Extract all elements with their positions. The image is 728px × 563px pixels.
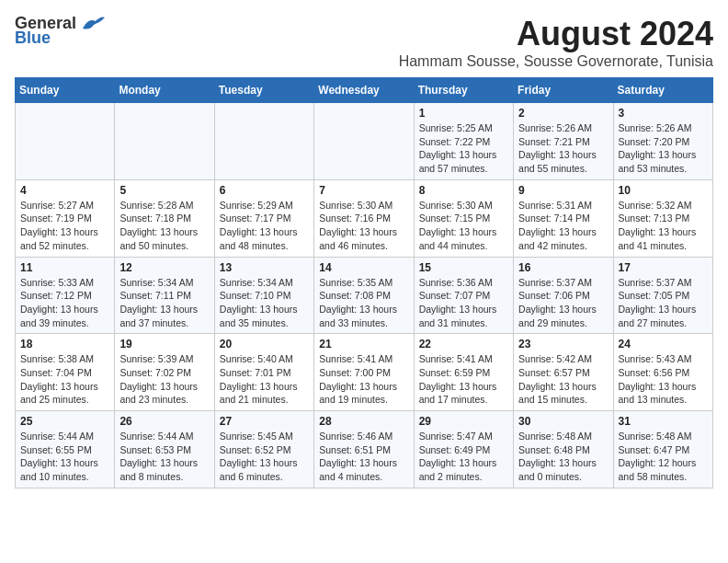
day-info: Sunrise: 5:37 AM Sunset: 7:05 PM Dayligh…	[619, 276, 708, 330]
calendar-week-row: 4Sunrise: 5:27 AM Sunset: 7:19 PM Daylig…	[16, 179, 713, 257]
day-info: Sunrise: 5:33 AM Sunset: 7:12 PM Dayligh…	[20, 276, 109, 330]
day-number: 8	[419, 184, 508, 197]
calendar-cell	[115, 103, 214, 180]
logo-blue-text: Blue	[15, 29, 51, 48]
logo-bird-icon	[81, 16, 105, 32]
calendar-cell: 24Sunrise: 5:43 AM Sunset: 6:56 PM Dayli…	[613, 334, 712, 411]
day-header-sunday: Sunday	[16, 78, 115, 103]
day-header-thursday: Thursday	[414, 78, 513, 103]
calendar-week-row: 1Sunrise: 5:25 AM Sunset: 7:22 PM Daylig…	[16, 103, 713, 180]
day-number: 4	[20, 184, 109, 197]
day-number: 22	[419, 338, 508, 350]
day-info: Sunrise: 5:37 AM Sunset: 7:06 PM Dayligh…	[518, 276, 608, 330]
day-number: 17	[619, 261, 708, 274]
calendar-table: SundayMondayTuesdayWednesdayThursdayFrid…	[15, 77, 713, 488]
day-number: 2	[518, 107, 608, 120]
calendar-cell: 1Sunrise: 5:25 AM Sunset: 7:22 PM Daylig…	[414, 103, 513, 180]
day-number: 21	[319, 338, 408, 350]
day-header-wednesday: Wednesday	[314, 78, 414, 103]
calendar-cell: 12Sunrise: 5:34 AM Sunset: 7:11 PM Dayli…	[115, 257, 214, 334]
day-number: 9	[518, 184, 608, 197]
day-number: 1	[419, 107, 508, 120]
day-info: Sunrise: 5:34 AM Sunset: 7:10 PM Dayligh…	[220, 276, 309, 330]
day-number: 15	[419, 261, 508, 274]
calendar-cell: 21Sunrise: 5:41 AM Sunset: 7:00 PM Dayli…	[314, 334, 414, 411]
calendar-week-row: 11Sunrise: 5:33 AM Sunset: 7:12 PM Dayli…	[16, 257, 713, 334]
day-info: Sunrise: 5:32 AM Sunset: 7:13 PM Dayligh…	[619, 199, 708, 253]
day-info: Sunrise: 5:27 AM Sunset: 7:19 PM Dayligh…	[20, 199, 109, 253]
day-number: 7	[319, 184, 408, 197]
day-number: 27	[220, 415, 309, 428]
day-info: Sunrise: 5:41 AM Sunset: 6:59 PM Dayligh…	[419, 352, 508, 407]
day-number: 10	[619, 184, 708, 197]
day-info: Sunrise: 5:40 AM Sunset: 7:01 PM Dayligh…	[220, 352, 309, 407]
day-number: 26	[119, 415, 209, 428]
calendar-cell: 15Sunrise: 5:36 AM Sunset: 7:07 PM Dayli…	[414, 257, 513, 334]
day-info: Sunrise: 5:30 AM Sunset: 7:16 PM Dayligh…	[319, 199, 408, 253]
day-info: Sunrise: 5:47 AM Sunset: 6:49 PM Dayligh…	[419, 430, 508, 484]
calendar-cell: 10Sunrise: 5:32 AM Sunset: 7:13 PM Dayli…	[613, 179, 712, 257]
calendar-cell: 11Sunrise: 5:33 AM Sunset: 7:12 PM Dayli…	[16, 257, 115, 334]
calendar-cell: 3Sunrise: 5:26 AM Sunset: 7:20 PM Daylig…	[613, 103, 712, 180]
day-info: Sunrise: 5:29 AM Sunset: 7:17 PM Dayligh…	[220, 199, 309, 253]
calendar-cell: 28Sunrise: 5:46 AM Sunset: 6:51 PM Dayli…	[314, 411, 414, 488]
day-info: Sunrise: 5:44 AM Sunset: 6:55 PM Dayligh…	[20, 430, 109, 484]
day-number: 16	[518, 261, 608, 274]
calendar-cell	[214, 103, 313, 180]
day-number: 20	[220, 338, 309, 350]
day-number: 12	[119, 261, 209, 274]
day-number: 28	[319, 415, 408, 428]
day-info: Sunrise: 5:39 AM Sunset: 7:02 PM Dayligh…	[119, 352, 209, 407]
calendar-cell	[314, 103, 414, 180]
calendar-cell	[16, 103, 115, 180]
calendar-subtitle: Hammam Sousse, Sousse Governorate, Tunis…	[399, 53, 713, 70]
calendar-week-row: 18Sunrise: 5:38 AM Sunset: 7:04 PM Dayli…	[16, 334, 713, 411]
calendar-cell: 27Sunrise: 5:45 AM Sunset: 6:52 PM Dayli…	[214, 411, 313, 488]
calendar-cell: 8Sunrise: 5:30 AM Sunset: 7:15 PM Daylig…	[414, 179, 513, 257]
day-info: Sunrise: 5:45 AM Sunset: 6:52 PM Dayligh…	[220, 430, 309, 484]
day-info: Sunrise: 5:43 AM Sunset: 6:56 PM Dayligh…	[619, 352, 708, 407]
day-number: 5	[119, 184, 209, 197]
logo: General Blue	[15, 15, 105, 48]
calendar-cell: 25Sunrise: 5:44 AM Sunset: 6:55 PM Dayli…	[16, 411, 115, 488]
calendar-cell: 19Sunrise: 5:39 AM Sunset: 7:02 PM Dayli…	[115, 334, 214, 411]
calendar-cell: 30Sunrise: 5:48 AM Sunset: 6:48 PM Dayli…	[514, 411, 613, 488]
calendar-cell: 29Sunrise: 5:47 AM Sunset: 6:49 PM Dayli…	[414, 411, 513, 488]
day-info: Sunrise: 5:30 AM Sunset: 7:15 PM Dayligh…	[419, 199, 508, 253]
day-info: Sunrise: 5:48 AM Sunset: 6:48 PM Dayligh…	[518, 430, 608, 484]
calendar-cell: 23Sunrise: 5:42 AM Sunset: 6:57 PM Dayli…	[514, 334, 613, 411]
calendar-cell: 17Sunrise: 5:37 AM Sunset: 7:05 PM Dayli…	[613, 257, 712, 334]
calendar-cell: 2Sunrise: 5:26 AM Sunset: 7:21 PM Daylig…	[514, 103, 613, 180]
calendar-cell: 22Sunrise: 5:41 AM Sunset: 6:59 PM Dayli…	[414, 334, 513, 411]
calendar-cell: 9Sunrise: 5:31 AM Sunset: 7:14 PM Daylig…	[514, 179, 613, 257]
day-number: 6	[220, 184, 309, 197]
calendar-cell: 5Sunrise: 5:28 AM Sunset: 7:18 PM Daylig…	[115, 179, 214, 257]
calendar-cell: 14Sunrise: 5:35 AM Sunset: 7:08 PM Dayli…	[314, 257, 414, 334]
day-number: 11	[20, 261, 109, 274]
day-info: Sunrise: 5:26 AM Sunset: 7:20 PM Dayligh…	[619, 121, 708, 176]
day-number: 3	[619, 107, 708, 120]
day-info: Sunrise: 5:48 AM Sunset: 6:47 PM Dayligh…	[619, 430, 708, 484]
day-number: 14	[319, 261, 408, 274]
calendar-cell: 26Sunrise: 5:44 AM Sunset: 6:53 PM Dayli…	[115, 411, 214, 488]
day-number: 19	[119, 338, 209, 350]
day-number: 31	[619, 415, 708, 428]
day-header-monday: Monday	[115, 78, 214, 103]
day-number: 25	[20, 415, 109, 428]
day-info: Sunrise: 5:25 AM Sunset: 7:22 PM Dayligh…	[419, 121, 508, 176]
day-info: Sunrise: 5:26 AM Sunset: 7:21 PM Dayligh…	[518, 121, 608, 176]
calendar-week-row: 25Sunrise: 5:44 AM Sunset: 6:55 PM Dayli…	[16, 411, 713, 488]
calendar-title: August 2024	[399, 15, 713, 53]
calendar-cell: 20Sunrise: 5:40 AM Sunset: 7:01 PM Dayli…	[214, 334, 313, 411]
page-header: General Blue August 2024 Hammam Sousse, …	[15, 15, 713, 70]
calendar-cell: 6Sunrise: 5:29 AM Sunset: 7:17 PM Daylig…	[214, 179, 313, 257]
day-number: 24	[619, 338, 708, 350]
day-info: Sunrise: 5:42 AM Sunset: 6:57 PM Dayligh…	[518, 352, 608, 407]
calendar-cell: 16Sunrise: 5:37 AM Sunset: 7:06 PM Dayli…	[514, 257, 613, 334]
day-info: Sunrise: 5:34 AM Sunset: 7:11 PM Dayligh…	[119, 276, 209, 330]
calendar-cell: 13Sunrise: 5:34 AM Sunset: 7:10 PM Dayli…	[214, 257, 313, 334]
day-number: 23	[518, 338, 608, 350]
day-header-friday: Friday	[514, 78, 613, 103]
day-info: Sunrise: 5:28 AM Sunset: 7:18 PM Dayligh…	[119, 199, 209, 253]
day-number: 30	[518, 415, 608, 428]
